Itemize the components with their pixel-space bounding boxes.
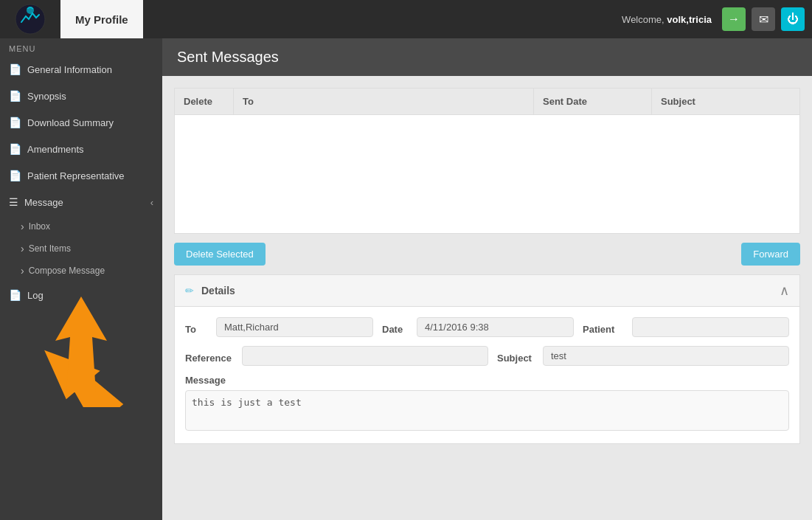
collapse-icon: ‹ <box>150 197 153 208</box>
details-title: Details <box>201 285 235 297</box>
sidebar-item-download-summary[interactable]: 📄 Download Summary <box>0 109 162 136</box>
messages-table: Delete To Sent Date Subject <box>174 88 800 234</box>
table-header: Delete To Sent Date Subject <box>175 89 799 115</box>
document-icon: 📄 <box>9 289 21 301</box>
sidebar-item-amendments[interactable]: 📄 Amendments <box>0 136 162 162</box>
my-profile-tab[interactable]: My Profile <box>60 0 143 38</box>
list-icon: ☰ <box>9 196 18 208</box>
subject-field[interactable] <box>543 346 789 366</box>
sidebar-item-patient-representative[interactable]: 📄 Patient Representative <box>0 162 162 189</box>
patient-field[interactable] <box>632 317 789 337</box>
forward-button[interactable]: Forward <box>741 243 800 266</box>
power-button[interactable]: ⏻ <box>781 7 805 31</box>
sidebar-item-synopsis[interactable]: 📄 Synopsis <box>0 83 162 109</box>
sidebar-label-synopsis: Synopsis <box>27 91 66 102</box>
welcome-user: volk,tricia <box>667 14 712 25</box>
col-to: To <box>234 89 534 114</box>
header-right: Welcome, volk,tricia → ✉ ⏻ <box>622 7 812 31</box>
message-label: Message <box>185 370 226 386</box>
content-area: Delete To Sent Date Subject Delete Selec… <box>162 76 812 520</box>
edit-icon[interactable]: ✏ <box>185 285 194 297</box>
sidebar-item-log[interactable]: 📄 Log <box>0 282 162 308</box>
document-icon: 📄 <box>9 90 21 102</box>
main-content: Sent Messages Delete To Sent Date Subjec… <box>162 38 812 520</box>
document-icon: 📄 <box>9 170 21 181</box>
page-title-bar: Sent Messages <box>162 38 812 76</box>
my-profile-label: My Profile <box>75 13 128 26</box>
message-textarea[interactable] <box>185 390 789 431</box>
sidebar-label-log: Log <box>27 290 44 301</box>
document-icon: 📄 <box>9 117 21 128</box>
details-header: ✏ Details ∧ <box>175 275 799 307</box>
menu-label: MENU <box>0 38 162 56</box>
layout: MENU 📄 General Information 📄 Synopsis 📄 … <box>0 38 812 520</box>
logo-area <box>0 0 60 38</box>
sidebar-item-sent-items[interactable]: Sent Items <box>0 238 162 260</box>
welcome-prefix: Welcome, volk,tricia <box>622 14 712 25</box>
document-icon: 📄 <box>9 63 21 75</box>
to-field[interactable] <box>216 317 373 337</box>
col-delete: Delete <box>175 89 234 114</box>
page-title: Sent Messages <box>177 49 797 66</box>
sent-items-label: Sent Items <box>29 243 71 254</box>
patient-label: Patient <box>583 319 623 335</box>
sidebar-item-general-information[interactable]: 📄 General Information <box>0 56 162 83</box>
sidebar-label-download: Download Summary <box>27 117 114 128</box>
col-subject: Subject <box>652 89 799 114</box>
signout-button[interactable]: → <box>722 7 746 31</box>
subject-label: Subject <box>497 348 534 364</box>
table-body <box>175 115 799 233</box>
compose-message-label: Compose Message <box>29 266 105 276</box>
sidebar-label-amendments: Amendments <box>27 144 84 155</box>
sidebar: MENU 📄 General Information 📄 Synopsis 📄 … <box>0 38 162 520</box>
reference-label: Reference <box>185 348 233 364</box>
inbox-label: Inbox <box>29 221 50 232</box>
col-sent-date: Sent Date <box>534 89 652 114</box>
details-panel: ✏ Details ∧ To Date Patient <box>174 274 800 444</box>
sidebar-message-label: Message <box>24 197 63 208</box>
date-field[interactable] <box>417 317 574 337</box>
sidebar-item-inbox[interactable]: Inbox <box>0 215 162 238</box>
delete-selected-button[interactable]: Delete Selected <box>174 243 266 266</box>
sidebar-label-patient-rep: Patient Representative <box>27 170 125 181</box>
details-body: To Date Patient Reference Subject <box>175 307 799 443</box>
sidebar-label-general: General Information <box>27 64 112 75</box>
header: My Profile Welcome, volk,tricia → ✉ ⏻ <box>0 0 812 38</box>
to-label: To <box>185 319 207 335</box>
document-icon: 📄 <box>9 143 21 155</box>
reference-field[interactable] <box>242 346 488 366</box>
actions-row: Delete Selected Forward <box>174 243 800 266</box>
collapse-details-icon[interactable]: ∧ <box>780 282 789 299</box>
mail-button[interactable]: ✉ <box>752 7 775 31</box>
date-label: Date <box>382 319 408 335</box>
sidebar-message-section[interactable]: ☰ Message ‹ <box>0 189 162 215</box>
sidebar-item-compose-message[interactable]: Compose Message <box>0 260 162 282</box>
chart-talk-logo <box>14 3 46 35</box>
